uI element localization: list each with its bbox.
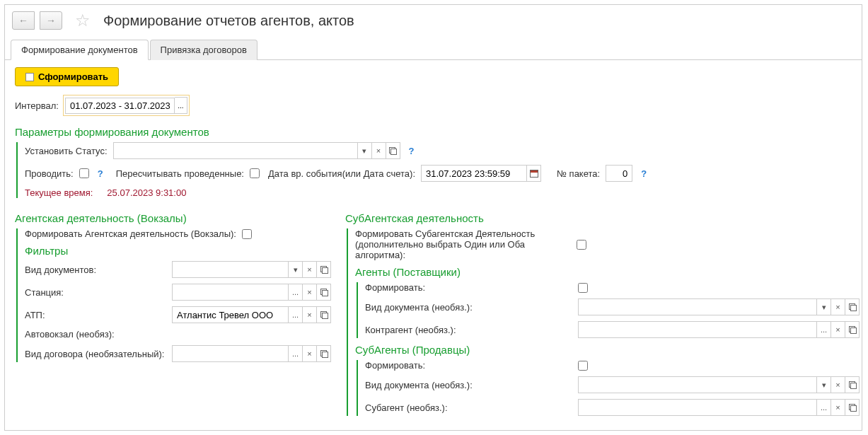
contract-type-clear-button[interactable]: ×	[303, 345, 317, 362]
station-open-button[interactable]	[317, 284, 331, 301]
clear-icon: ×	[835, 381, 840, 389]
subagents-sub-select-button[interactable]: ...	[817, 399, 831, 416]
params-section-title: Параметры формирования документов	[15, 126, 852, 138]
help-icon[interactable]: ?	[409, 146, 415, 156]
status-input[interactable]	[113, 142, 358, 159]
form-subagent-label: Формировать Субагентская Деятельность (д…	[355, 228, 571, 260]
subagents-sub-open-button[interactable]	[845, 399, 860, 416]
open-icon	[320, 289, 328, 296]
clear-icon: ×	[307, 311, 311, 319]
agents-doc-dropdown-button[interactable]: ▾	[817, 298, 831, 315]
agents-form-label: Формировать:	[365, 282, 572, 293]
clear-icon: ×	[307, 349, 311, 358]
open-icon	[389, 147, 396, 154]
subagent-section-title: СубАгентская деятельность	[345, 212, 860, 224]
open-icon	[849, 326, 856, 333]
chevron-down-icon: ▾	[294, 265, 298, 274]
contract-type-input[interactable]	[172, 345, 289, 362]
subagents-sub-clear-button[interactable]: ×	[831, 399, 845, 416]
event-date-calendar-button[interactable]	[527, 165, 541, 182]
tab-form-documents[interactable]: Формирование документов	[11, 40, 149, 60]
agents-doc-open-button[interactable]	[845, 298, 860, 315]
status-dropdown-button[interactable]: ▾	[358, 142, 372, 159]
contract-type-select-button[interactable]: ...	[289, 345, 303, 362]
open-icon	[320, 311, 328, 318]
clear-icon: ×	[835, 303, 840, 311]
open-icon	[849, 404, 856, 411]
station-input[interactable]	[172, 284, 289, 301]
forward-button[interactable]: →	[40, 11, 62, 30]
event-date-input[interactable]	[421, 165, 527, 182]
clear-icon: ×	[835, 403, 840, 412]
packet-input[interactable]	[606, 165, 632, 182]
agents-doc-input[interactable]	[578, 298, 817, 315]
clear-icon: ×	[307, 288, 311, 296]
recalc-label: Пересчитывать проведенные:	[116, 168, 244, 179]
generate-button[interactable]: Сформировать	[15, 67, 119, 86]
contract-type-open-button[interactable]	[317, 345, 331, 362]
conduct-checkbox[interactable]	[79, 168, 89, 178]
status-clear-button[interactable]: ×	[372, 142, 386, 159]
subagents-doc-input[interactable]	[578, 376, 817, 393]
back-button[interactable]: ←	[12, 11, 35, 30]
atp-select-button[interactable]: ...	[289, 306, 303, 323]
doc-type-dropdown-button[interactable]: ▾	[289, 261, 303, 278]
form-agent-checkbox[interactable]	[242, 229, 252, 239]
open-icon	[849, 381, 856, 388]
agents-doc-label: Вид документа (необяз.):	[365, 302, 572, 313]
status-label: Установить Статус:	[25, 146, 108, 156]
form-subagent-checkbox[interactable]	[577, 240, 586, 250]
status-open-button[interactable]	[386, 142, 400, 159]
packet-label: № пакета:	[557, 168, 600, 179]
doc-type-input[interactable]	[172, 261, 289, 278]
agents-counterparty-clear-button[interactable]: ×	[831, 321, 845, 338]
help-icon[interactable]: ?	[641, 168, 647, 179]
help-icon[interactable]: ?	[98, 168, 103, 179]
chevron-down-icon: ▾	[362, 146, 366, 156]
station-label: Станция:	[25, 287, 166, 298]
agents-counterparty-input[interactable]	[578, 321, 817, 338]
subagents-sub-label: Субагент (необяз.):	[365, 402, 572, 413]
subagents-doc-dropdown-button[interactable]: ▾	[817, 376, 831, 393]
agents-counterparty-select-button[interactable]: ...	[817, 321, 831, 338]
agents-counterparty-open-button[interactable]	[845, 321, 860, 338]
tab-label: Привязка договоров	[161, 45, 247, 55]
tab-link-contracts[interactable]: Привязка договоров	[150, 40, 257, 60]
favorite-star-icon[interactable]: ☆	[75, 11, 91, 30]
event-date-label: Дата вр. события(или Дата счета):	[268, 168, 415, 179]
open-icon	[320, 266, 328, 273]
station-select-button[interactable]: ...	[289, 284, 303, 301]
station-clear-button[interactable]: ×	[303, 284, 317, 301]
chevron-down-icon: ▾	[822, 303, 826, 312]
current-time-label: Текущее время:	[25, 187, 93, 198]
interval-select-button[interactable]: ...	[175, 97, 187, 114]
agents-suppliers-title: Агенты (Поставщики)	[355, 266, 860, 278]
subagents-doc-label: Вид документа (необяз.):	[365, 380, 572, 390]
agent-section-title: Агентская деятельность (Вокзалы)	[15, 212, 331, 224]
form-agent-label: Формировать Агентская деятельность (Вокз…	[25, 228, 236, 239]
interval-input[interactable]	[65, 98, 175, 114]
subagents-form-checkbox[interactable]	[578, 361, 588, 371]
report-icon	[25, 73, 34, 81]
generate-label: Сформировать	[38, 71, 108, 82]
conduct-label: Проводить:	[25, 168, 74, 179]
agents-counterparty-label: Контрагент (необяз.):	[365, 325, 572, 335]
agents-form-checkbox[interactable]	[578, 283, 588, 293]
atp-open-button[interactable]	[317, 306, 331, 323]
atp-input[interactable]	[172, 306, 289, 323]
recalc-checkbox[interactable]	[250, 168, 260, 178]
atp-clear-button[interactable]: ×	[303, 306, 317, 323]
subagents-doc-open-button[interactable]	[845, 376, 860, 393]
clear-icon: ×	[835, 325, 840, 334]
subagents-doc-clear-button[interactable]: ×	[831, 376, 845, 393]
doc-type-clear-button[interactable]: ×	[303, 261, 317, 278]
tab-label: Формирование документов	[21, 45, 138, 55]
arrow-right-icon: →	[46, 15, 56, 26]
agents-doc-clear-button[interactable]: ×	[831, 298, 845, 315]
current-time-value: 25.07.2023 9:31:00	[107, 187, 186, 198]
subagents-form-label: Формировать:	[365, 360, 572, 371]
subagents-sub-input[interactable]	[578, 399, 817, 416]
doc-type-open-button[interactable]	[317, 261, 331, 278]
arrow-left-icon: ←	[18, 15, 28, 26]
page-title: Формирование отчетов агентов, актов	[103, 13, 354, 29]
